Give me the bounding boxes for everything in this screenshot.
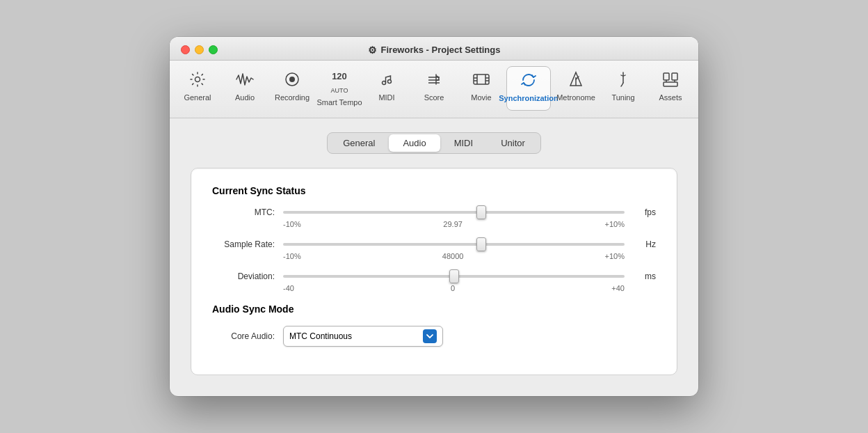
main-window: ⚙ Fireworks - Project Settings General A… [170,37,698,395]
mtc-unit: fps [632,207,656,217]
sub-tabs: General Audio MIDI Unitor [327,132,541,154]
deviation-label: Deviation: [212,271,275,281]
select-arrow-icon [423,329,437,343]
toolbar-label-movie: Movie [471,93,491,102]
maximize-button[interactable] [209,45,218,54]
settings-panel: Current Sync Status MTC: fps -10% 29.97 … [191,168,677,375]
tuning-icon [614,70,632,91]
deviation-min-label: -40 [283,284,294,292]
toolbar-label-metronome: Metronome [556,93,595,102]
toolbar-item-tuning[interactable]: Tuning [601,66,645,110]
toolbar-item-assets[interactable]: Assets [648,66,693,110]
window-title-text: Fireworks - Project Settings [381,45,501,55]
toolbar-item-audio[interactable]: Audio [223,66,267,110]
core-audio-value: MTC Continuous [289,331,423,341]
traffic-lights [181,45,218,54]
assets-icon [661,70,680,91]
audio-sync-title: Audio Sync Mode [212,304,656,315]
svg-rect-20 [672,73,677,80]
mtc-labels: -10% 29.97 +10% [283,220,625,228]
svg-rect-8 [474,74,489,84]
toolbar-label-recording: Recording [275,93,310,102]
deviation-slider-container [283,275,625,278]
toolbar-label-assets: Assets [659,93,682,102]
toolbar: General Audio Recording 120A [170,61,698,118]
core-audio-row: Core Audio: MTC Continuous [212,326,656,347]
toolbar-item-score[interactable]: Score [412,66,456,110]
minimize-button[interactable] [195,45,204,54]
svg-rect-19 [664,73,669,80]
sample-rate-unit: Hz [632,239,656,249]
toolbar-item-smart-tempo[interactable]: 120AUTO Smart Tempo [317,66,362,110]
deviation-slider-track[interactable] [283,275,625,278]
sample-rate-slider-row: Sample Rate: Hz [212,239,656,249]
core-audio-select[interactable]: MTC Continuous [283,326,443,347]
gear-icon [188,70,207,91]
mtc-min-label: -10% [283,220,301,228]
mtc-slider-row: MTC: fps [212,207,656,217]
title-bar: ⚙ Fireworks - Project Settings [170,37,698,61]
mtc-max-label: +10% [605,220,625,228]
deviation-center-label: 0 [294,284,611,292]
score-icon [425,70,443,91]
sample-rate-slider-container [283,243,625,246]
metronome-icon [567,70,585,91]
tempo-icon: 120AUTO [331,70,348,95]
record-icon [283,70,301,91]
window-title: ⚙ Fireworks - Project Settings [368,45,501,56]
waveform-icon [236,70,254,91]
toolbar-label-score: Score [424,93,444,102]
sub-tab-midi[interactable]: MIDI [440,134,487,152]
content-area: General Audio MIDI Unitor Current Sync S… [170,118,698,396]
movie-icon [472,70,490,91]
mtc-slider-container [283,211,625,214]
sample-rate-center-label: 48000 [301,252,605,260]
sub-tab-unitor[interactable]: Unitor [487,134,539,152]
toolbar-item-synchronization[interactable]: Synchronization [506,66,551,110]
toolbar-label-audio: Audio [235,93,255,102]
sync-icon [520,71,538,92]
toolbar-item-recording[interactable]: Recording [270,66,314,110]
deviation-slider-thumb[interactable] [449,269,459,283]
sync-status-title: Current Sync Status [212,185,656,196]
mtc-center-label: 29.97 [301,220,605,228]
sample-rate-labels: -10% 48000 +10% [283,252,625,260]
deviation-slider-row: Deviation: ms [212,271,656,281]
sub-tab-audio[interactable]: Audio [389,134,440,152]
sub-tab-general[interactable]: General [329,134,389,152]
toolbar-label-tuning: Tuning [611,93,634,102]
toolbar-item-general[interactable]: General [175,66,220,110]
toolbar-label-midi: MIDI [378,93,394,102]
deviation-labels: -40 0 +40 [283,284,625,292]
sample-rate-label: Sample Rate: [212,239,275,249]
sample-rate-slider-thumb[interactable] [476,237,486,251]
midi-icon [378,70,396,91]
deviation-unit: ms [632,271,656,281]
svg-point-2 [289,77,295,82]
close-button[interactable] [181,45,190,54]
toolbar-label-synchronization: Synchronization [499,94,558,102]
svg-rect-21 [664,82,677,86]
app-icon: ⚙ [368,45,377,56]
toolbar-item-metronome[interactable]: Metronome [554,66,598,110]
sample-rate-slider-track[interactable] [283,243,625,246]
deviation-max-label: +40 [611,284,625,292]
mtc-label: MTC: [212,207,275,217]
core-audio-label: Core Audio: [212,331,275,341]
toolbar-item-movie[interactable]: Movie [459,66,504,110]
mtc-slider-thumb[interactable] [476,205,486,219]
audio-sync-section: Audio Sync Mode Core Audio: MTC Continuo… [212,304,656,347]
sample-rate-max-label: +10% [605,252,625,260]
toolbar-label-smart-tempo: Smart Tempo [316,98,362,107]
toolbar-label-general: General [184,93,211,102]
svg-point-0 [195,77,200,82]
mtc-slider-track[interactable] [283,211,625,214]
sample-rate-min-label: -10% [283,252,301,260]
toolbar-item-midi[interactable]: MIDI [364,66,409,110]
